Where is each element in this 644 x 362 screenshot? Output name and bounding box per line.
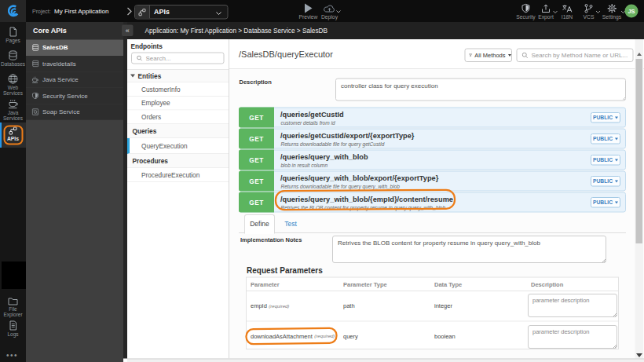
access-label: PUBLIC [593, 199, 613, 206]
service-item-security-service[interactable]: Security Service [26, 88, 123, 104]
service-item-java-service[interactable]: Java Service [26, 72, 123, 89]
sidebar-item-label: Pages [5, 38, 20, 44]
topbar-item-label: Settings [602, 14, 621, 20]
access-dropdown[interactable]: PUBLIC [591, 176, 620, 187]
database-icon [9, 50, 17, 60]
service-item-label: Java Service [42, 76, 79, 83]
endpoints-search-input[interactable] [146, 55, 213, 62]
endpoint-row-expanded[interactable]: GET /queries/query_with_blob/{empId}/con… [239, 192, 626, 213]
endpoint-path: /queries/query_with_blob/{empId}/content… [280, 196, 453, 204]
module-selector-dropdown[interactable]: APIs [134, 5, 229, 20]
access-label: PUBLIC [593, 157, 613, 163]
sidebar-item-label: Databases [1, 62, 25, 68]
param-description-textarea[interactable] [528, 294, 617, 317]
service-item-traveldetails[interactable]: traveldetails [26, 56, 123, 72]
access-dropdown[interactable]: PUBLIC [591, 112, 620, 123]
service-item-label: traveldetails [42, 60, 76, 68]
wavemaker-logo[interactable] [0, 0, 26, 22]
tree-item-orders[interactable]: Orders [127, 111, 229, 125]
gear-icon [607, 0, 617, 13]
param-name-cell: downloadAsAttachment (required) [251, 321, 335, 352]
sidebar-item-pages[interactable]: Pages [0, 27, 26, 44]
database-icon [31, 44, 39, 51]
column-header: Parameter [251, 278, 280, 291]
controller-title: /SalesDB/queryExecutor [239, 39, 333, 69]
tree-section-entities[interactable]: Entities [127, 69, 229, 82]
api-icon [9, 126, 18, 136]
core-apis-panel: Core APIs SalesDB traveldetails [26, 22, 123, 362]
tree-section-queries[interactable]: Queries [127, 124, 229, 138]
service-item-salesdb[interactable]: SalesDB [26, 40, 123, 57]
description-textarea[interactable]: controller class for query execution [335, 79, 626, 101]
param-name-cell: empId (required) [251, 291, 289, 321]
method-search[interactable] [517, 49, 634, 63]
param-description-textarea[interactable] [528, 325, 617, 349]
collapse-panel-button[interactable]: « [122, 25, 134, 37]
data-type-cell: integer [434, 291, 452, 321]
sidebar-item-logs[interactable]: Logs [0, 320, 26, 338]
column-header: Data Type [434, 278, 462, 291]
i18n-button[interactable]: I18N [555, 0, 580, 22]
top-bar: Project: My First Application APIs Previ [0, 0, 644, 22]
scrollbar-thumb[interactable] [636, 59, 643, 243]
sidebar-black-panel [2, 261, 26, 289]
chevron-down-icon [216, 12, 222, 16]
method-badge: GET [239, 192, 274, 213]
endpoint-row[interactable]: GET /queries/query_with_blob blob in res… [239, 150, 626, 170]
user-avatar[interactable]: JS [625, 5, 639, 18]
app-window: Project: My First Application APIs Previ [0, 0, 644, 362]
access-dropdown[interactable]: PUBLIC [591, 133, 620, 144]
tree-item-employee[interactable]: Employee [127, 97, 229, 111]
branch-icon [584, 0, 593, 13]
endpoint-description: customer details from id [281, 120, 335, 126]
soap-icon [31, 108, 39, 115]
sidebar-more-button[interactable]: ••• [0, 351, 24, 360]
caret-down-icon [615, 201, 618, 203]
param-required-flag: (required) [314, 333, 335, 338]
column-header: Description [531, 278, 563, 291]
methods-filter-value: All Methods [474, 52, 505, 59]
left-icon-sidebar: Pages Databases Web Services [0, 22, 26, 362]
tab-define[interactable]: Define [244, 214, 275, 234]
main-content: /SalesDB/queryExecutor All Methods Descr… [229, 39, 644, 359]
access-dropdown[interactable]: PUBLIC [591, 197, 620, 208]
tree-item-customerinfo[interactable]: CustomerInfo [127, 82, 229, 97]
method-search-input[interactable] [532, 52, 633, 59]
sidebar-item-label: APIs [7, 136, 19, 141]
access-dropdown[interactable]: PUBLIC [591, 155, 620, 166]
logs-icon [9, 320, 17, 331]
sidebar-item-apis[interactable]: APIs [0, 122, 26, 148]
endpoint-row[interactable]: GET /queries/getCustId/export/{exportTyp… [239, 129, 626, 149]
endpoints-title: Endpoints [131, 42, 163, 50]
sidebar-item-label: Java Services [3, 111, 23, 122]
endpoint-description: Retrives the BLOB content for property r… [281, 205, 446, 211]
tree-item-queryexecution[interactable]: QueryExecution [127, 138, 229, 154]
sidebar-item-file-explorer[interactable]: File Explorer [0, 297, 26, 318]
tree-section-procedures[interactable]: Procedures [127, 154, 229, 168]
scroll-down-arrow[interactable] [636, 353, 642, 357]
endpoints-search[interactable] [131, 53, 225, 64]
tree-item-label: Employee [141, 100, 170, 108]
breadcrumb-chevron-icon [126, 7, 133, 16]
endpoint-row[interactable]: GET /queries/getCustId customer details … [239, 108, 626, 128]
search-icon [137, 55, 143, 61]
sidebar-item-databases[interactable]: Databases [0, 50, 26, 68]
vertical-scrollbar[interactable] [635, 39, 644, 362]
search-icon [522, 52, 529, 58]
sidebar-item-java-services[interactable]: Java Services [0, 99, 26, 122]
play-icon [304, 0, 313, 13]
endpoints-panel: Endpoints Entities CustomerInfo Employee… [127, 39, 229, 359]
tree-item-procedureexecution[interactable]: ProcedureExecution [127, 168, 229, 182]
endpoint-row[interactable]: GET /queries/query_with_blob/export/{exp… [239, 171, 626, 192]
column-header: Parameter Type [343, 278, 387, 291]
service-item-soap-service[interactable]: Soap Service [26, 104, 123, 121]
methods-filter-dropdown[interactable]: All Methods [465, 49, 513, 63]
tree-item-label: Orders [141, 113, 161, 121]
param-name: empId [251, 302, 267, 309]
implementation-notes-textarea[interactable]: Retrives the BLOB content for property r… [332, 236, 606, 263]
coffee-icon [31, 76, 39, 83]
request-parameters-table: Parameter Parameter Type Data Type Descr… [246, 277, 619, 350]
sidebar-item-web-services[interactable]: Web Services [0, 74, 26, 97]
scroll-up-arrow[interactable] [637, 53, 642, 56]
tab-test[interactable]: Test [275, 214, 306, 233]
